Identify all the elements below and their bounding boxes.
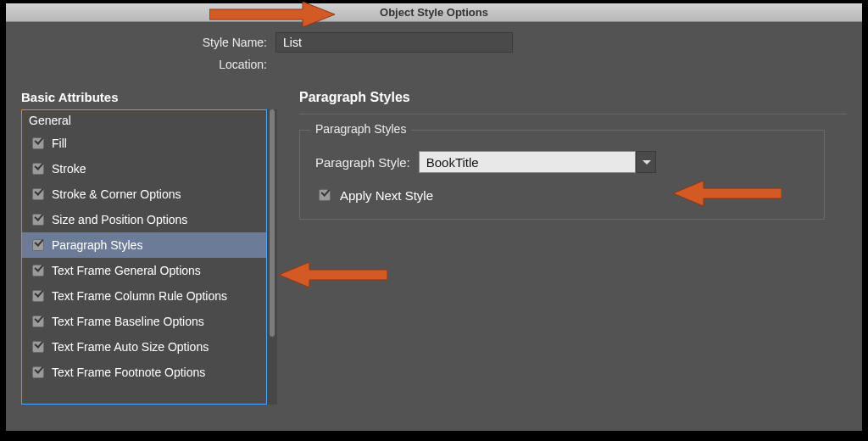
sidebar-item-label: Size and Position Options (52, 213, 187, 226)
sidebar-item-checkbox[interactable] (32, 239, 44, 251)
paragraph-style-select[interactable]: BookTitle (419, 151, 656, 173)
sidebar-item-label: Text Frame Auto Size Options (52, 340, 209, 354)
object-style-options-dialog: Object Style Options Style Name: Locatio… (6, 3, 862, 431)
sidebar-item[interactable]: Text Frame Footnote Options (22, 360, 266, 385)
sidebar-scrollbar[interactable] (267, 109, 277, 405)
sidebar-item-checkbox[interactable] (32, 188, 44, 200)
sidebar-item-label: Text Frame Baseline Options (52, 315, 204, 328)
paragraph-style-label: Paragraph Style: (315, 155, 410, 170)
sidebar-scroll-thumb[interactable] (270, 109, 275, 337)
paragraph-style-value: BookTitle (419, 151, 636, 173)
sidebar-item-label: Text Frame General Options (52, 264, 201, 277)
sidebar-item-checkbox[interactable] (32, 214, 44, 226)
sidebar-item-checkbox[interactable] (32, 163, 44, 175)
basic-attributes-header: Basic Attributes (21, 90, 277, 109)
dialog-title: Object Style Options (380, 6, 488, 19)
sidebar-item[interactable]: Text Frame Baseline Options (22, 309, 266, 334)
sidebar-item[interactable]: Text Frame General Options (22, 258, 266, 283)
sidebar-item-checkbox[interactable] (32, 265, 44, 276)
sidebar-item[interactable]: Fill (22, 131, 266, 156)
sidebar-item-label: Paragraph Styles (52, 238, 142, 252)
main-panel-header: Paragraph Styles (299, 90, 410, 105)
apply-next-style-label[interactable]: Apply Next Style (340, 188, 433, 203)
sidebar-item-label: Fill (52, 137, 67, 150)
sidebar-item-checkbox[interactable] (32, 137, 44, 149)
paragraph-styles-fieldset: Paragraph Styles Paragraph Style: BookTi… (299, 130, 825, 220)
sidebar-item[interactable]: Stroke (22, 156, 266, 181)
sidebar-item-label: Text Frame Footnote Options (52, 366, 205, 379)
location-label: Location: (21, 58, 275, 71)
sidebar-item[interactable]: Size and Position Options (22, 207, 266, 232)
sidebar-item-label: Stroke & Corner Options (52, 187, 181, 201)
sidebar-item-checkbox[interactable] (32, 290, 44, 302)
sidebar-item-checkbox[interactable] (32, 366, 44, 378)
dialog-titlebar: Object Style Options (6, 3, 862, 22)
sidebar-item-label: Stroke (52, 162, 86, 176)
basic-attributes-list[interactable]: GeneralFillStrokeStroke & Corner Options… (21, 109, 267, 405)
sidebar-item[interactable]: Stroke & Corner Options (22, 181, 266, 207)
style-name-input[interactable] (275, 32, 513, 53)
sidebar-item-general[interactable]: General (22, 110, 266, 131)
fieldset-legend: Paragraph Styles (310, 122, 411, 136)
sidebar-item-label: Text Frame Column Rule Options (52, 289, 227, 303)
style-name-label: Style Name: (21, 36, 275, 49)
sidebar-item[interactable]: Text Frame Column Rule Options (22, 283, 266, 309)
apply-next-style-checkbox[interactable] (319, 189, 331, 201)
sidebar-item[interactable]: Text Frame Auto Size Options (22, 334, 266, 360)
sidebar-item[interactable]: Paragraph Styles (22, 232, 266, 258)
chevron-down-icon[interactable] (636, 151, 656, 173)
sidebar-item-checkbox[interactable] (32, 315, 44, 327)
sidebar-item-checkbox[interactable] (32, 341, 44, 353)
